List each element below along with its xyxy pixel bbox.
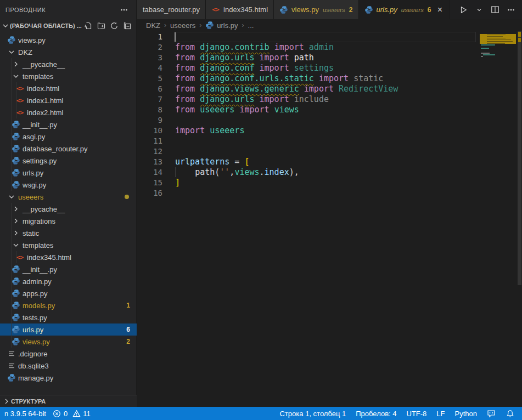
tree-file--init-py[interactable]: __init__.py — [0, 263, 137, 275]
code-area[interactable]: 12from django.contrib import admin3from … — [137, 31, 522, 198]
problems-status[interactable]: 0 11 — [49, 409, 98, 418]
tree-file--dcignore[interactable]: .dcignore — [0, 348, 137, 360]
code-line-13[interactable]: 13urlpatterns = [ — [137, 157, 522, 167]
tree-file-admin-py[interactable]: admin.py — [0, 275, 137, 287]
chevron-down-icon — [1, 21, 10, 30]
close-icon[interactable]: × — [435, 5, 444, 14]
tree-file-database-roouter-py[interactable]: database_roouter.py — [0, 143, 137, 155]
tree-file-manage-py[interactable]: manage.py — [0, 372, 137, 384]
code-token — [195, 105, 200, 115]
run-button-icon[interactable] — [459, 5, 468, 14]
new-folder-icon[interactable] — [97, 21, 105, 30]
tree-file-models-py[interactable]: models.py1 — [0, 299, 137, 311]
refresh-icon[interactable] — [110, 21, 119, 30]
code-line-2[interactable]: 2from django.contrib import admin — [137, 42, 522, 53]
scrollbar-slider[interactable] — [518, 31, 521, 285]
breadcrumb-item[interactable]: useeers — [170, 21, 195, 30]
code-token: = — [229, 157, 244, 167]
tree-folder-static[interactable]: static — [0, 227, 137, 239]
indent-guide — [12, 118, 12, 130]
tab-directory-hint: useeers — [323, 7, 345, 13]
tree-file-urls-py[interactable]: urls.py — [0, 167, 137, 179]
tree-file-asgi-py[interactable]: asgi.py — [0, 130, 137, 143]
explorer-more-actions-icon[interactable] — [120, 5, 128, 14]
tab-views-py[interactable]: views.pyuseeers2 — [274, 0, 358, 19]
status-item[interactable]: LF — [433, 410, 448, 418]
tree-item-label: migrations — [23, 217, 55, 225]
status-item[interactable]: Строка 1, столбец 1 — [277, 410, 350, 418]
tree-file-urls-py[interactable]: urls.py6 — [0, 323, 137, 336]
chevron-down-icon — [7, 48, 16, 56]
indent-guide — [12, 215, 12, 227]
minimap-content — [480, 31, 517, 382]
minimap[interactable] — [480, 31, 517, 382]
python-interpreter-status[interactable]: n 3.9.5 64-bit — [1, 410, 49, 418]
code-line-14[interactable]: 14 path('',views.index), — [137, 167, 522, 178]
tree-file-index345-html[interactable]: <>index345.html — [0, 251, 137, 263]
code-line-7[interactable]: 7from django.urls import include — [137, 94, 522, 105]
code-line-3[interactable]: 3from django.urls import path — [137, 53, 522, 63]
tree-folder-useeers[interactable]: useeers — [0, 191, 137, 203]
code-line-5[interactable]: 5from django.conf.urls.static import sta… — [137, 73, 522, 84]
tree-file-index-html[interactable]: <>index.html — [0, 82, 137, 94]
split-editor-icon[interactable] — [491, 5, 499, 14]
code-line-4[interactable]: 4from django.conf import settings — [137, 63, 522, 73]
more-horizontal-icon[interactable] — [507, 5, 515, 14]
code-line-11[interactable]: 11 — [137, 136, 522, 146]
outline-section-header[interactable]: СТРУКТУРА — [0, 395, 137, 407]
line-number: 5 — [137, 73, 162, 84]
tree-file-settings-py[interactable]: settings.py — [0, 155, 137, 167]
new-file-icon[interactable] — [83, 21, 92, 30]
collapse-all-icon[interactable] — [123, 21, 132, 30]
tree-file-index1-html[interactable]: <>index1.html — [0, 94, 137, 106]
tree-folder-migrations[interactable]: migrations — [0, 215, 137, 227]
breadcrumb-item[interactable]: DKZ — [146, 21, 160, 30]
chevron-right-icon — [11, 205, 20, 213]
status-item[interactable]: Пробелов: 4 — [352, 410, 400, 418]
workspace-section-header[interactable]: (РАБОЧАЯ ОБЛАСТЬ) ... — [0, 19, 136, 32]
tree-file-tests-py[interactable]: tests.py — [0, 311, 137, 323]
code-token: import — [260, 94, 289, 104]
tree-folder-dkz[interactable]: DKZ — [0, 46, 137, 58]
code-line-10[interactable]: 10import useeers — [137, 126, 522, 136]
code-token: django.urls — [200, 94, 254, 104]
chevron-right-icon — [11, 217, 20, 225]
code-token — [349, 73, 353, 83]
code-line-9[interactable]: 9 — [137, 115, 522, 126]
chevron-down-small-icon[interactable] — [475, 5, 484, 14]
outline-section-label: СТРУКТУРА — [11, 398, 46, 405]
code-line-8[interactable]: 8from useeers import views — [137, 105, 522, 115]
tree-folder-templates[interactable]: templates — [0, 70, 137, 82]
tree-file-index2-html[interactable]: <>index2.html — [0, 106, 137, 118]
chevron-down-icon — [7, 192, 16, 201]
tree-file-db-sqlite3[interactable]: db.sqlite3 — [0, 360, 137, 372]
code-line-1[interactable]: 1 — [137, 32, 522, 42]
tree-file-wsgi-py[interactable]: wsgi.py — [0, 179, 137, 191]
code-token — [195, 94, 200, 104]
code-line-15[interactable]: 15] — [137, 178, 522, 188]
feedback-button[interactable] — [484, 409, 499, 418]
code-token: django.contrib — [200, 42, 269, 52]
code-token — [205, 126, 210, 135]
indent-guide — [12, 287, 12, 299]
status-item[interactable]: Python — [452, 410, 480, 418]
status-item[interactable]: UTF-8 — [403, 410, 430, 418]
tree-file--init-py[interactable]: __init__.py — [0, 118, 137, 130]
tab-index345-html[interactable]: <>index345.html — [206, 0, 274, 19]
code-line-16[interactable]: 16 — [137, 188, 522, 198]
line-number: 8 — [137, 105, 162, 115]
tab-urls-py[interactable]: urls.pyuseeers6× — [359, 0, 451, 19]
editor-scrollbar[interactable] — [517, 31, 522, 407]
tree-folder-templates[interactable]: templates — [0, 239, 137, 251]
code-line-6[interactable]: 6from django.views.generic import Redire… — [137, 84, 522, 94]
tree-file-views-py[interactable]: views.py2 — [0, 336, 137, 348]
code-line-12[interactable]: 12 — [137, 146, 522, 157]
tree-file-views-py[interactable]: views.py — [0, 34, 137, 46]
bell-button[interactable] — [502, 409, 518, 418]
breadcrumb-item[interactable]: ... — [248, 21, 254, 30]
tree-file-apps-py[interactable]: apps.py — [0, 287, 137, 299]
tab-tabase-roouter-py[interactable]: tabase_roouter.py — [137, 0, 206, 19]
tree-folder--pycache-[interactable]: __pycache__ — [0, 58, 137, 70]
breadcrumb-item[interactable]: urls.py — [205, 21, 238, 30]
tree-folder--pycache-[interactable]: __pycache__ — [0, 203, 137, 215]
